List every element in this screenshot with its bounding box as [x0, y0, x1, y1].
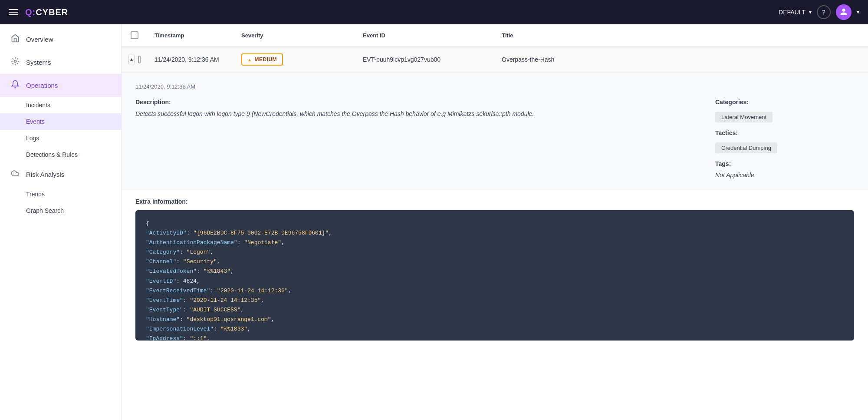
severity-arrow-icon: ▲ — [247, 57, 252, 62]
navbar-right: DEFAULT ▾ ? ▾ — [779, 4, 859, 20]
workspace-selector[interactable]: DEFAULT ▾ — [779, 9, 812, 16]
detail-body: Description: Detects successful logon wi… — [135, 99, 854, 179]
category-tag-0: Lateral Movement — [715, 112, 773, 122]
workspace-label: DEFAULT — [779, 9, 806, 16]
avatar-chevron-icon[interactable]: ▾ — [857, 9, 859, 15]
severity-value: MEDIUM — [254, 56, 277, 63]
sidebar-item-risk-analysis-label: Risk Analysis — [26, 171, 64, 178]
col-timestamp: Timestamp — [148, 32, 234, 39]
code-block: { "ActivityID": "{96DE2BDC-8F75-0002-E72… — [135, 210, 854, 341]
sidebar-item-systems-label: Systems — [26, 59, 51, 66]
sidebar-sub-item-events[interactable]: Events — [0, 113, 121, 130]
categories-section: Categories: Lateral Movement — [715, 99, 854, 122]
systems-icon — [10, 57, 20, 68]
sidebar-sub-item-logs[interactable]: Logs — [0, 130, 121, 146]
col-title: Title — [495, 32, 868, 39]
row-checkbox[interactable] — [138, 56, 141, 63]
svg-point-0 — [14, 60, 16, 63]
sidebar-sub-item-logs-label: Logs — [26, 135, 39, 142]
sidebar-item-operations-label: Operations — [26, 82, 58, 89]
tags-value: Not Applicable — [715, 172, 854, 179]
tags-label: Tags: — [715, 160, 854, 167]
brand-name: CYBER — [36, 7, 68, 17]
severity-badge: ▲ MEDIUM — [241, 53, 283, 66]
header-checkbox-cell — [122, 31, 148, 39]
sidebar-sub-item-trends[interactable]: Trends — [0, 186, 121, 202]
table-body: ▲ 11/24/2020, 9:12:36 AM ▲ MEDIUM EVT-bu… — [122, 46, 868, 420]
description-label: Description: — [135, 99, 698, 106]
sidebar-sub-item-graph-search[interactable]: Graph Search — [0, 202, 121, 219]
table-row[interactable]: ▲ 11/24/2020, 9:12:36 AM ▲ MEDIUM EVT-bu… — [122, 46, 868, 73]
sidebar-item-operations[interactable]: Operations — [0, 74, 121, 97]
tags-section: Tags: Not Applicable — [715, 160, 854, 179]
help-button[interactable]: ? — [817, 5, 831, 19]
row-severity-cell: ▲ MEDIUM — [234, 46, 356, 73]
sidebar-sub-item-trends-label: Trends — [26, 191, 45, 198]
sidebar-sub-item-incidents[interactable]: Incidents — [0, 97, 121, 113]
select-all-checkbox[interactable] — [131, 31, 138, 39]
col-severity: Severity — [234, 32, 356, 39]
brand-prefix: Q: — [25, 7, 36, 17]
detail-description: Description: Detects successful logon wi… — [135, 99, 698, 179]
row-timestamp: 11/24/2020, 9:12:36 AM — [148, 49, 234, 70]
sidebar-main-section: Overview Systems Operations Incidents — [0, 24, 121, 222]
sidebar-item-systems[interactable]: Systems — [0, 51, 121, 74]
description-text: Detects successful logon with logon type… — [135, 109, 698, 119]
main-content: Timestamp Severity Event ID Title ▲ 11/2… — [122, 24, 868, 420]
operations-icon — [10, 80, 20, 91]
help-icon: ? — [822, 9, 825, 16]
tactics-section: Tactics: Credential Dumping — [715, 129, 854, 153]
sidebar-sub-item-incidents-label: Incidents — [26, 102, 50, 109]
sidebar: Overview Systems Operations Incidents — [0, 24, 122, 420]
row-actions-cell: ▲ — [122, 54, 148, 65]
table-header: Timestamp Severity Event ID Title — [122, 24, 868, 46]
tactic-tag-0: Credential Dumping — [715, 142, 777, 153]
extra-info-section: Extra information: { "ActivityID": "{96D… — [122, 189, 868, 349]
chevron-down-icon: ▾ — [809, 9, 812, 15]
expand-row-button[interactable]: ▲ — [128, 54, 135, 65]
risk-analysis-icon — [10, 169, 20, 180]
sidebar-item-overview[interactable]: Overview — [0, 28, 121, 51]
categories-label: Categories: — [715, 99, 854, 106]
user-icon — [840, 8, 848, 17]
row-event-id: EVT-buuh9lcvp1vg027vub00 — [356, 49, 495, 70]
sidebar-item-overview-label: Overview — [26, 36, 53, 43]
sidebar-item-risk-analysis[interactable]: Risk Analysis — [0, 163, 121, 186]
navbar: Q:CYBER DEFAULT ▾ ? ▾ — [0, 0, 868, 24]
detail-timestamp: 11/24/2020, 9:12:36 AM — [135, 83, 854, 90]
col-event-id: Event ID — [356, 32, 495, 39]
sidebar-sub-item-graph-search-label: Graph Search — [26, 207, 64, 214]
brand-logo: Q:CYBER — [25, 7, 68, 17]
detail-panel: 11/24/2020, 9:12:36 AM Description: Dete… — [122, 73, 868, 189]
sidebar-sub-item-detections-rules-label: Detections & Rules — [26, 151, 78, 158]
navbar-left: Q:CYBER — [9, 7, 68, 17]
sidebar-sub-item-events-label: Events — [26, 118, 45, 125]
tactics-label: Tactics: — [715, 129, 854, 136]
hamburger-icon[interactable] — [9, 9, 18, 15]
sidebar-sub-item-detections-rules[interactable]: Detections & Rules — [0, 146, 121, 163]
app-body: Overview Systems Operations Incidents — [0, 24, 868, 420]
home-icon — [10, 34, 20, 45]
row-title: Overpass-the-Hash — [495, 49, 868, 70]
avatar-button[interactable] — [836, 4, 852, 20]
extra-info-label: Extra information: — [135, 198, 854, 205]
detail-meta: Categories: Lateral Movement Tactics: Cr… — [715, 99, 854, 179]
